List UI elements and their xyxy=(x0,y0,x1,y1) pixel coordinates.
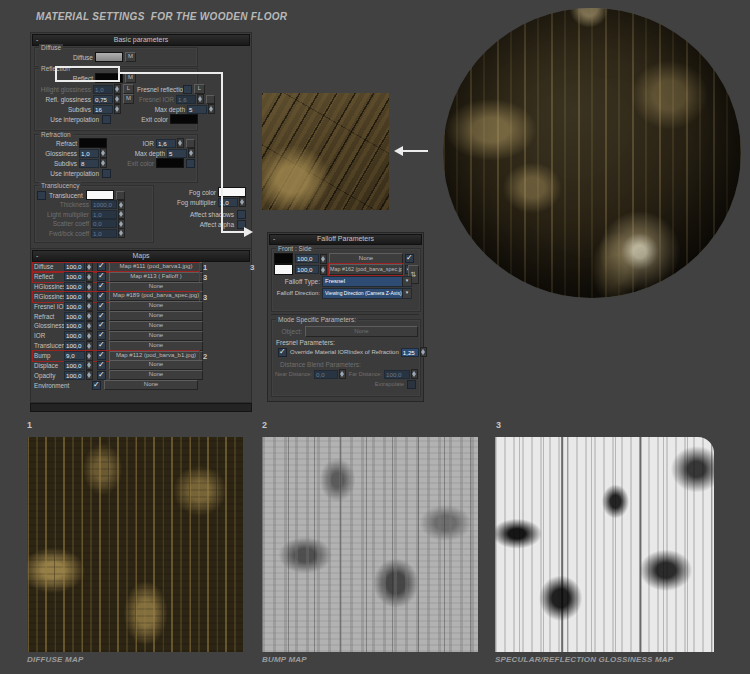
map-button[interactable]: Map #113 ( Falloff ) xyxy=(109,272,203,282)
spinner[interactable] xyxy=(86,360,93,370)
map-amount-field[interactable]: 100,0 xyxy=(64,262,85,271)
falloff-type-dropdown[interactable]: Fresnel ▼ xyxy=(322,276,412,287)
chevron-down-icon[interactable]: ▼ xyxy=(402,289,411,298)
ior-map-button[interactable] xyxy=(186,139,195,148)
exit-color-checkbox[interactable] xyxy=(186,159,195,168)
translucent-color-swatch[interactable] xyxy=(86,190,114,200)
spinner[interactable] xyxy=(86,341,93,351)
spinner[interactable] xyxy=(420,347,427,357)
spinner[interactable] xyxy=(86,331,93,341)
spinner[interactable] xyxy=(339,369,346,379)
map-amount-field[interactable]: 100,0 xyxy=(64,312,85,321)
collapse-icon[interactable]: - xyxy=(36,35,38,44)
map-enable-checkbox[interactable]: ✓ xyxy=(97,312,106,321)
map-enable-checkbox[interactable]: ✓ xyxy=(97,351,106,360)
glossiness-field[interactable]: 1,0 xyxy=(79,149,99,158)
use-interpolation-checkbox[interactable] xyxy=(102,115,111,124)
object-pick-button[interactable]: None xyxy=(305,326,418,337)
map-amount-field[interactable]: 100,0 xyxy=(64,371,85,380)
collapse-icon[interactable]: - xyxy=(273,235,275,243)
diffuse-map-shortcut-button[interactable]: M xyxy=(125,52,136,62)
map-button[interactable]: None xyxy=(109,311,203,321)
extrapolate-checkbox[interactable] xyxy=(407,380,416,389)
index-of-refraction-field[interactable]: 1,25 xyxy=(401,348,419,357)
spinner[interactable] xyxy=(100,148,107,158)
light-multiplier-field[interactable]: 1,0 xyxy=(91,210,117,219)
max-depth-field[interactable]: 5 xyxy=(167,149,187,158)
spinner[interactable] xyxy=(208,104,215,114)
exit-color-swatch[interactable] xyxy=(156,158,184,168)
subdivs-field[interactable]: 8 xyxy=(79,159,99,168)
exit-color-swatch[interactable] xyxy=(170,114,198,124)
hilight-lock-button[interactable]: L xyxy=(123,84,134,94)
map-amount-field[interactable]: 100,0 xyxy=(64,321,85,330)
map-button[interactable]: None xyxy=(104,380,198,390)
rollout-header-falloff[interactable]: - Falloff Parameters xyxy=(269,234,422,245)
map-enable-checkbox[interactable]: ✓ xyxy=(97,321,106,330)
refl-glossiness-map-button[interactable]: M xyxy=(123,94,134,104)
map-amount-field[interactable]: 100,0 xyxy=(64,272,85,281)
max-depth-field[interactable]: 5 xyxy=(187,105,207,114)
map-enable-checkbox[interactable]: ✓ xyxy=(92,381,101,390)
collapsed-rollout-bar[interactable] xyxy=(30,403,252,412)
spinner[interactable] xyxy=(197,94,204,104)
map-button[interactable]: None xyxy=(109,282,203,292)
rollout-header-maps[interactable]: - Maps xyxy=(32,250,250,262)
fresnel-ior-map-button[interactable] xyxy=(206,95,215,104)
spinner[interactable] xyxy=(411,369,418,379)
map-enable-checkbox[interactable]: ✓ xyxy=(97,341,106,350)
spinner[interactable] xyxy=(188,148,195,158)
map-amount-field[interactable]: 100,0 xyxy=(64,341,85,350)
spinner[interactable] xyxy=(86,262,93,272)
scatter-coeff-field[interactable]: 0,0 xyxy=(91,219,117,228)
map-button[interactable]: None xyxy=(109,360,203,370)
side-color-swatch[interactable] xyxy=(274,264,293,275)
map-amount-field[interactable]: 100,0 xyxy=(64,282,85,291)
rollout-header-basic[interactable]: - Basic parameters xyxy=(32,34,250,46)
translucent-map-button[interactable] xyxy=(116,191,125,200)
spinner[interactable] xyxy=(86,282,93,292)
spinner[interactable] xyxy=(86,351,93,361)
map-button[interactable]: None xyxy=(109,321,203,331)
spinner[interactable] xyxy=(100,158,107,168)
map-button[interactable]: Map #189 (pod_barva_spec.jpg) xyxy=(109,291,203,301)
fwd-bck-coeff-field[interactable]: 1,0 xyxy=(91,229,117,238)
near-distance-field[interactable]: 0,0 xyxy=(314,370,338,379)
falloff-direction-dropdown[interactable]: Viewing Direction (Camera Z-Axis) ▼ xyxy=(322,288,412,299)
front-enable-checkbox[interactable]: ✓ xyxy=(405,254,414,263)
spinner[interactable] xyxy=(118,209,125,219)
refract-color-swatch[interactable] xyxy=(79,138,107,148)
map-amount-field[interactable]: 100,0 xyxy=(64,292,85,301)
diffuse-color-swatch[interactable] xyxy=(95,52,123,62)
override-material-ior-checkbox[interactable]: ✓ xyxy=(278,348,287,357)
spinner[interactable] xyxy=(114,94,121,104)
spinner[interactable] xyxy=(239,197,246,207)
map-enable-checkbox[interactable]: ✓ xyxy=(97,371,106,380)
map-amount-field[interactable]: 100,0 xyxy=(64,361,85,370)
chevron-down-icon[interactable]: ▼ xyxy=(402,277,411,286)
map-enable-checkbox[interactable]: ✓ xyxy=(97,262,106,271)
map-amount-field[interactable]: 9,0 xyxy=(64,351,85,360)
side-map-button[interactable]: Map #162 (pod_barva_spec.jpg) xyxy=(329,264,403,275)
affect-shadows-checkbox[interactable] xyxy=(237,210,246,219)
front-amount-field[interactable]: 100,0 xyxy=(295,254,319,263)
map-button[interactable]: None xyxy=(109,301,203,311)
side-amount-field[interactable]: 100,0 xyxy=(295,265,319,274)
map-enable-checkbox[interactable]: ✓ xyxy=(97,361,106,370)
ior-field[interactable]: 1,6 xyxy=(156,139,176,148)
map-button[interactable]: Map #111 (pod_barva1.jpg) xyxy=(109,262,203,272)
spinner[interactable] xyxy=(86,370,93,380)
map-amount-field[interactable]: 100,0 xyxy=(64,302,85,311)
far-distance-field[interactable]: 100,0 xyxy=(384,370,410,379)
spinner[interactable] xyxy=(114,84,121,94)
collapse-icon[interactable]: - xyxy=(36,251,38,260)
translucent-checkbox[interactable] xyxy=(37,191,46,200)
fresnel-lock-button[interactable]: L xyxy=(194,84,205,94)
map-button[interactable]: None xyxy=(109,341,203,351)
front-color-swatch[interactable] xyxy=(274,253,293,264)
refl-glossiness-field[interactable]: 0,75 xyxy=(93,95,113,104)
thickness-field[interactable]: 1000,0 xyxy=(91,200,117,209)
map-button[interactable]: None xyxy=(109,370,203,380)
spinner[interactable] xyxy=(86,311,93,321)
subdivs-field[interactable]: 16 xyxy=(93,105,113,114)
